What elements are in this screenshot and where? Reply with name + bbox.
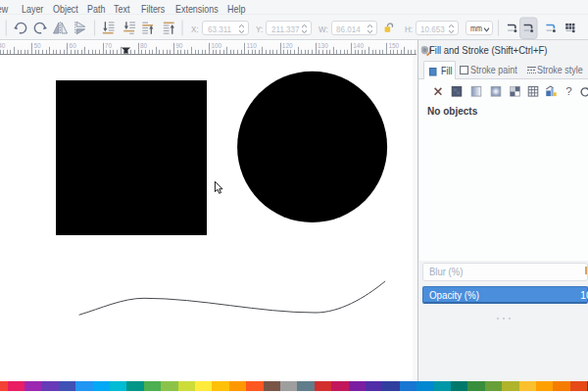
svg-text:?: ? xyxy=(565,85,571,97)
